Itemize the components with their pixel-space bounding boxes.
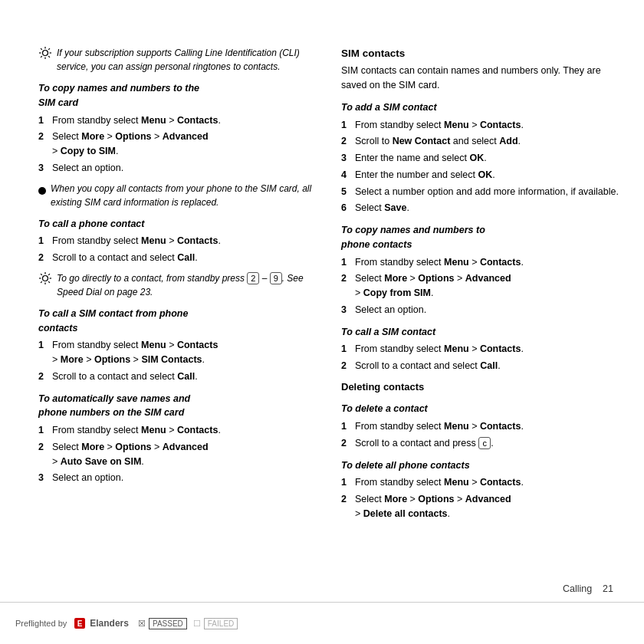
section-label: Calling (563, 583, 592, 594)
step-number: 2 (341, 359, 352, 373)
step-text: Select More > Options > Advanced> Copy f… (355, 271, 511, 301)
elanders-name: Elanders (90, 618, 129, 629)
step-text: From standby select Menu > Contacts. (355, 255, 524, 270)
content-area: If your subscription supports Calling Li… (38, 46, 621, 583)
step-text: From standby select Menu > Contacts. (355, 475, 524, 490)
steps-delete-all-contacts: 1 From standby select Menu > Contacts. 2… (341, 475, 621, 521)
step-item: 1 From standby select Menu > Contacts. (341, 475, 621, 490)
step-text: Select an option. (52, 471, 123, 485)
step-number: 2 (38, 440, 49, 469)
step-number: 1 (341, 255, 352, 270)
heading-copy-to-sim: To copy names and numbers to theSIM card (38, 81, 318, 110)
svg-text:E: E (77, 619, 83, 628)
svg-line-8 (41, 56, 42, 58)
tip-cli-text: If your subscription supports Calling Li… (57, 46, 318, 74)
svg-line-15 (48, 281, 50, 283)
heading-add-sim-contact: To add a SIM contact (341, 100, 621, 115)
step-number: 1 (341, 475, 352, 490)
step-text: Scroll to a contact and press c. (355, 436, 494, 451)
right-column: SIM contacts SIM contacts can contain na… (341, 46, 621, 583)
heading-call-sim-from-phone: To call a SIM contact from phonecontacts (38, 307, 318, 336)
sun-icon (38, 46, 52, 60)
step-text: Select More > Options > Advanced> Auto S… (52, 440, 209, 469)
filled-bullet-icon (38, 187, 46, 195)
step-item: 1 From standby select Menu > Contacts. (38, 234, 318, 248)
heading-auto-save-sim: To automatically save names andphone num… (38, 392, 318, 421)
step-text: Select Save. (355, 201, 409, 215)
step-item: 5 Select a number option and add more in… (341, 185, 621, 199)
sun-tip-icon-2 (38, 271, 52, 299)
tip-speed-dial-text: To go directly to a contact, from standb… (57, 271, 318, 299)
step-text: From standby select Menu > Contacts. (355, 419, 524, 434)
tip-copy-warning-text: When you copy all contacts from your pho… (51, 182, 318, 209)
step-item: 3 Select an option. (38, 161, 318, 176)
steps-copy-to-sim: 1 From standby select Menu > Contacts. 2… (38, 113, 318, 176)
tip-copy-warning: When you copy all contacts from your pho… (38, 182, 318, 209)
step-text: From standby select Menu > Contacts. (52, 113, 221, 128)
step-number: 2 (341, 492, 352, 521)
step-text: Select More > Options > Advanced> Delete… (355, 492, 511, 521)
step-text: Select an option. (52, 161, 123, 176)
step-number: 3 (38, 471, 49, 485)
heading-delete-all-contacts: To delete all phone contacts (341, 458, 621, 473)
step-item: 1 From standby select Menu > Contacts. (341, 118, 621, 133)
step-text: Scroll to a contact and select Call. (355, 359, 501, 373)
step-item: 2 Scroll to a contact and select Call. (38, 370, 318, 384)
heading-call-sim-contact: To call a SIM contact (341, 325, 621, 340)
heading-call-phone-contact: To call a phone contact (38, 217, 318, 232)
step-number: 1 (38, 423, 49, 438)
sun-icon-2 (38, 271, 52, 285)
step-number: 1 (341, 419, 352, 434)
step-text: Select More > Options > Advanced> Copy t… (52, 130, 209, 159)
step-item: 1 From standby select Menu > Contacts> M… (38, 338, 318, 367)
step-text: From standby select Menu > Contacts. (52, 234, 221, 248)
svg-point-9 (43, 275, 48, 281)
svg-line-16 (48, 274, 50, 275)
steps-copy-to-phone: 1 From standby select Menu > Contacts. 2… (341, 255, 621, 317)
step-number: 3 (38, 161, 49, 176)
svg-line-6 (48, 56, 50, 58)
step-number: 1 (38, 234, 49, 248)
step-text: Scroll to New Contact and select Add. (355, 134, 521, 149)
x-mark: ☒ (138, 619, 146, 629)
steps-auto-save-sim: 1 From standby select Menu > Contacts. 2… (38, 423, 318, 485)
svg-line-7 (48, 48, 50, 50)
steps-call-sim-from-phone: 1 From standby select Menu > Contacts> M… (38, 338, 318, 383)
step-number: 2 (38, 251, 49, 265)
step-text: Scroll to a contact and select Call. (52, 370, 198, 384)
step-text: Select a number option and add more info… (355, 185, 619, 199)
footer-bar: Preflighted by E Elanders ☒ PASSED ☐ FAI… (0, 602, 644, 644)
steps-delete-contact: 1 From standby select Menu > Contacts. 2… (341, 419, 621, 451)
step-item: 2 Select More > Options > Advanced> Dele… (341, 492, 621, 521)
empty-box: ☐ (193, 619, 201, 629)
step-number: 3 (341, 303, 352, 317)
step-text: From standby select Menu > Contacts> Mor… (52, 338, 218, 367)
step-item: 2 Select More > Options > Advanced> Auto… (38, 440, 318, 469)
sim-contacts-intro: SIM contacts can contain names and numbe… (341, 64, 621, 93)
step-item: 2 Scroll to New Contact and select Add. (341, 134, 621, 149)
step-number: 4 (341, 168, 352, 182)
step-item: 2 Select More > Options > Advanced> Copy… (341, 271, 621, 301)
step-number: 5 (341, 185, 352, 199)
passed-label: PASSED (149, 618, 187, 629)
step-text: From standby select Menu > Contacts. (355, 342, 524, 356)
step-text: From standby select Menu > Contacts. (52, 423, 221, 438)
svg-line-17 (41, 281, 42, 283)
step-number: 2 (341, 134, 352, 149)
passed-status: ☒ PASSED (138, 618, 187, 629)
step-number: 6 (341, 201, 352, 215)
step-number: 2 (38, 370, 49, 384)
step-item: 1 From standby select Menu > Contacts. (38, 423, 318, 438)
step-item: 1 From standby select Menu > Contacts. (341, 419, 621, 434)
step-number: 1 (341, 118, 352, 133)
step-number: 3 (341, 151, 352, 166)
steps-call-phone: 1 From standby select Menu > Contacts. 2… (38, 234, 318, 265)
svg-line-14 (41, 274, 42, 275)
svg-point-0 (43, 51, 48, 56)
heading-delete-contact: To delete a contact (341, 402, 621, 416)
step-item: 4 Enter the number and select OK. (341, 168, 621, 182)
step-item: 2 Scroll to a contact and select Call. (38, 251, 318, 265)
step-item: 2 Scroll to a contact and press c. (341, 436, 621, 451)
steps-add-sim-contact: 1 From standby select Menu > Contacts. 2… (341, 118, 621, 216)
page-number: 21 (603, 583, 613, 594)
